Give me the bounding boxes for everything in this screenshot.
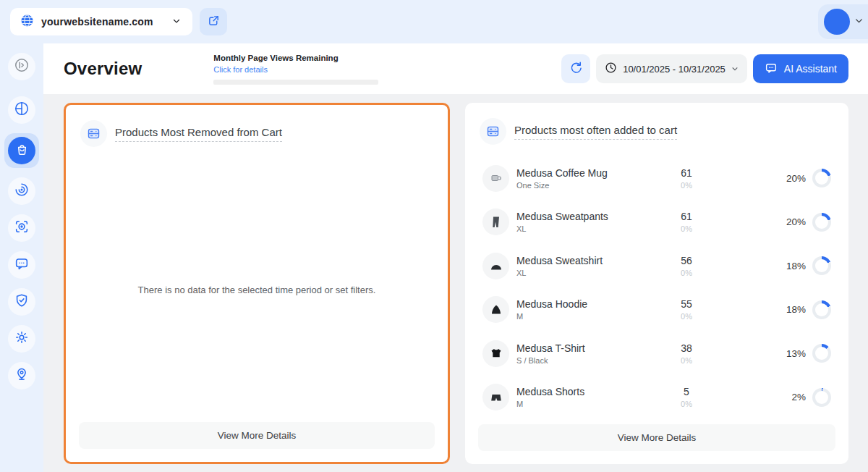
product-variant: M: [516, 312, 665, 321]
product-count: 61: [665, 167, 708, 179]
product-thumbnail-hoodie: [482, 296, 509, 323]
product-share-percent: 18%: [786, 304, 806, 315]
sidebar-item-funnels[interactable]: [8, 177, 35, 205]
product-thumbnail-shorts: [482, 384, 509, 410]
view-more-details-button[interactable]: View More Details: [478, 424, 835, 451]
product-share-percent: 18%: [786, 261, 806, 271]
page-title: Overview: [64, 59, 142, 79]
refresh-icon: [569, 61, 583, 77]
product-count: 55: [665, 298, 708, 310]
account-menu[interactable]: [818, 4, 868, 39]
website-selector[interactable]: yourwebsitename.com: [10, 8, 192, 35]
donut-chart: [812, 169, 831, 187]
product-share-percent: 13%: [786, 348, 806, 359]
ai-assistant-button[interactable]: AI Assistant: [753, 54, 848, 83]
chat-bubble-icon: [14, 256, 30, 274]
product-name: Medusa T-Shirt: [516, 342, 665, 354]
sidebar-item-locations[interactable]: [8, 362, 35, 389]
sidebar-item-ecommerce[interactable]: [4, 133, 39, 168]
donut-chart: [812, 256, 831, 275]
product-count: 61: [665, 211, 708, 222]
chevron-down-icon: [854, 15, 864, 28]
product-row[interactable]: Medusa Shorts M 5 0% 2%: [465, 376, 848, 420]
gear-icon: [14, 329, 30, 348]
donut-chart: [812, 213, 831, 232]
refresh-button[interactable]: [561, 54, 590, 83]
product-name: Medusa Sweatshirt: [516, 255, 665, 266]
product-row[interactable]: Medusa Coffee Mug One Size 61 0% 20%: [465, 156, 848, 201]
card-products-added-to-cart: Products most often added to cart Medusa…: [465, 103, 848, 464]
table-widget-icon: [480, 118, 506, 145]
product-count-percent: 0%: [665, 356, 708, 365]
donut-chart: [812, 388, 831, 407]
product-count-percent: 0%: [665, 224, 708, 233]
collapse-panel-icon: [14, 57, 30, 76]
screen-record-icon: [14, 219, 30, 237]
open-website-button[interactable]: [200, 8, 227, 35]
sidebar-item-analytics[interactable]: [8, 96, 35, 124]
product-count: 38: [665, 342, 708, 354]
page-header: Overview Monthly Page Views Remaining Cl…: [43, 43, 868, 94]
product-row[interactable]: Medusa Sweatshirt XL 56 0% 18%: [465, 244, 848, 288]
website-name: yourwebsitename.com: [41, 16, 165, 28]
product-variant: S / Black: [516, 356, 665, 365]
location-pin-icon: [14, 366, 30, 385]
date-range-picker[interactable]: 10/01/2025 - 10/31/2025: [596, 54, 747, 83]
donut-chart: [812, 300, 831, 319]
product-variant: M: [516, 400, 665, 408]
card-products-removed-from-cart: Products Most Removed from Cart There is…: [64, 103, 450, 464]
page-views-quota: Monthly Page Views Remaining Click for d…: [213, 54, 378, 85]
product-variant: XL: [516, 224, 665, 233]
avatar: [824, 9, 850, 35]
product-thumbnail-tshirt: [482, 340, 509, 367]
product-thumbnail-pants: [482, 208, 509, 235]
shield-check-icon: [14, 292, 30, 311]
card-title: Products Most Removed from Cart: [115, 126, 282, 142]
product-name: Medusa Sweatpants: [516, 211, 665, 222]
donut-chart: [812, 344, 831, 363]
product-name: Medusa Hoodie: [516, 298, 665, 310]
sidebar-item-recordings[interactable]: [8, 214, 35, 242]
sidebar-item-settings[interactable]: [8, 325, 35, 353]
sidebar: [0, 43, 43, 472]
product-variant: One Size: [516, 181, 665, 190]
date-range-value: 10/01/2025 - 10/31/2025: [623, 64, 726, 75]
external-link-icon: [208, 14, 220, 29]
table-widget-icon: [80, 120, 107, 147]
views-remaining-label: Monthly Page Views Remaining: [213, 54, 338, 62]
product-count-percent: 0%: [665, 312, 708, 321]
product-share-percent: 2%: [791, 392, 806, 403]
pie-chart-icon: [14, 101, 30, 119]
chat-bubble-icon: [765, 62, 778, 77]
clock-icon: [605, 62, 617, 77]
sidebar-item-feedback[interactable]: [8, 251, 35, 279]
ai-assistant-label: AI Assistant: [784, 63, 837, 75]
sidebar-collapse-button[interactable]: [8, 53, 35, 80]
topbar: yourwebsitename.com: [0, 0, 868, 43]
content-area: Products Most Removed from Cart There is…: [43, 94, 868, 472]
product-count: 56: [665, 255, 708, 266]
empty-state-message: There is no data for the selected time p…: [138, 285, 376, 295]
product-variant: XL: [516, 269, 665, 277]
view-more-details-button[interactable]: View More Details: [79, 422, 435, 449]
product-share-percent: 20%: [786, 216, 806, 227]
views-progress-bar: [213, 80, 378, 85]
sidebar-item-security[interactable]: [8, 288, 35, 316]
shopping-bag-icon: [14, 142, 30, 160]
click-for-details-link[interactable]: Click for details: [213, 65, 268, 74]
product-list: Medusa Coffee Mug One Size 61 0% 20% Med…: [465, 155, 848, 419]
product-count: 5: [665, 386, 708, 397]
product-name: Medusa Coffee Mug: [516, 167, 665, 179]
product-share-percent: 20%: [786, 173, 806, 184]
chevron-down-icon: [731, 62, 739, 75]
product-name: Medusa Shorts: [516, 386, 665, 397]
product-count-percent: 0%: [665, 400, 708, 408]
chevron-down-icon: [172, 15, 181, 28]
product-thumbnail-sweatshirt: [482, 253, 509, 279]
product-row[interactable]: Medusa Hoodie M 55 0% 18%: [465, 288, 848, 332]
product-row[interactable]: Medusa T-Shirt S / Black 38 0% 13%: [465, 332, 848, 376]
swirl-arcs-icon: [14, 182, 30, 201]
product-row[interactable]: Medusa Sweatpants XL 61 0% 20%: [465, 201, 848, 245]
card-title: Products most often added to cart: [514, 124, 677, 140]
globe-icon: [20, 14, 34, 30]
